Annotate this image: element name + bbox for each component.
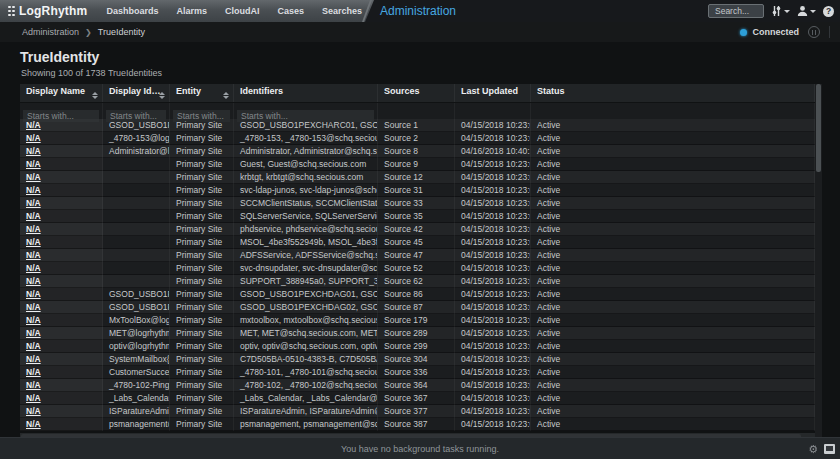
display-name-link[interactable]: N/A <box>26 224 41 234</box>
display-name-link[interactable]: N/A <box>26 315 41 325</box>
cell-sources: Source 33 <box>378 197 455 210</box>
cell-status: Active <box>531 379 815 392</box>
cell-status: Active <box>531 236 815 249</box>
table-row[interactable]: N/APrimary SiteGuest, Guest@schq.secious… <box>20 158 815 171</box>
table-row[interactable]: N/Apsmanagement@...Primary Sitepsmanagem… <box>20 418 815 431</box>
table-row[interactable]: N/AGSOD_USBO1PEX...Primary SiteGSOD_USBO… <box>20 301 815 314</box>
cell-status: Active <box>531 366 815 379</box>
display-name-link[interactable]: N/A <box>26 198 41 208</box>
column-header-display-name[interactable]: Display Name <box>20 84 103 102</box>
table-row[interactable]: N/AGSOD_USBO1PEX...Primary SiteGSOD_USBO… <box>20 288 815 301</box>
cell-last-updated: 04/15/2018 10:23:03 pm <box>455 418 531 431</box>
display-name-link[interactable]: N/A <box>26 237 41 247</box>
display-name-link[interactable]: N/A <box>26 133 41 143</box>
table-row[interactable]: N/Aoptiv@logrhythm...Primary Siteoptiv, … <box>20 340 815 353</box>
help-icon: ? <box>823 6 834 17</box>
table-row[interactable]: N/APrimary SiteSQLServerService, SQLServ… <box>20 210 815 223</box>
cell-display-identifier: ISParatureAdmin... <box>103 405 170 418</box>
display-name-link[interactable]: N/A <box>26 328 41 338</box>
user-menu-button[interactable] <box>797 5 816 17</box>
display-name-link[interactable]: N/A <box>26 120 41 130</box>
display-name-link[interactable]: N/A <box>26 302 41 312</box>
table-row[interactable]: N/APrimary SiteSUPPORT_388945a0, SUPPORT… <box>20 275 815 288</box>
table-row[interactable]: N/APrimary SiteMSOL_4be3f552949b, MSOL_4… <box>20 236 815 249</box>
vertical-scrollbar-thumb[interactable] <box>816 84 821 172</box>
cell-sources: Source 52 <box>378 262 455 275</box>
task-panel-icon[interactable] <box>824 444 835 454</box>
search-input[interactable]: Search... <box>708 4 764 18</box>
display-name-link[interactable]: N/A <box>26 380 41 390</box>
display-name-link[interactable]: N/A <box>26 146 41 156</box>
cell-last-updated: 04/15/2018 10:23:03 pm <box>455 184 531 197</box>
table-row[interactable]: N/AGSOD_USBO1PEX...Primary SiteGSOD_USBO… <box>20 119 815 132</box>
display-name-link[interactable]: N/A <box>26 419 41 429</box>
table-row[interactable]: N/APrimary SiteSCCMClientStatus, SCCMCli… <box>20 197 815 210</box>
cell-identifiers: Guest, Guest@schq.secious.com <box>234 158 378 171</box>
display-name-link[interactable]: N/A <box>26 406 41 416</box>
display-name-link[interactable]: N/A <box>26 211 41 221</box>
pause-updates-button[interactable] <box>808 26 820 38</box>
column-header-display-identifier[interactable]: Display Identi... <box>103 84 170 102</box>
table-row[interactable]: N/AMET@logrhythm...Primary SiteMET, MET@… <box>20 327 815 340</box>
breadcrumb-administration[interactable]: Administration <box>22 27 79 37</box>
display-name-link[interactable]: N/A <box>26 185 41 195</box>
display-name-link[interactable]: N/A <box>26 341 41 351</box>
table-row[interactable]: N/ASystemMailbox{C...Primary SiteC7D505B… <box>20 353 815 366</box>
cell-display-name: N/A <box>20 132 103 145</box>
display-name-link[interactable]: N/A <box>26 393 41 403</box>
cell-last-updated: 04/15/2018 10:23:03 pm <box>455 366 531 379</box>
cell-display-identifier <box>103 171 170 184</box>
display-name-link[interactable]: N/A <box>26 263 41 273</box>
cell-display-name: N/A <box>20 379 103 392</box>
background-tasks-bar: You have no background tasks running. ⚙ <box>0 437 840 459</box>
display-name-link[interactable]: N/A <box>26 289 41 299</box>
cell-entity: Primary Site <box>170 288 234 301</box>
table-row[interactable]: N/AISParatureAdmin...Primary SiteISParat… <box>20 405 815 418</box>
help-button[interactable]: ? <box>823 6 834 17</box>
table-row[interactable]: N/APrimary Sitephdservice, phdservice@sc… <box>20 223 815 236</box>
vertical-scrollbar[interactable] <box>815 84 822 441</box>
cell-status: Active <box>531 314 815 327</box>
preferences-menu-button[interactable] <box>771 5 790 17</box>
table-row[interactable]: N/A_4780-153@logrh...Primary Site_4780-1… <box>20 132 815 145</box>
logrhythm-logo[interactable]: LogRhythm <box>0 4 97 18</box>
sort-icon[interactable] <box>159 92 165 99</box>
cell-sources: Source 336 <box>378 366 455 379</box>
cell-display-name: N/A <box>20 327 103 340</box>
settings-gear-icon[interactable]: ⚙ <box>808 444 818 455</box>
cell-sources: Source 35 <box>378 210 455 223</box>
sort-icon[interactable] <box>223 92 229 99</box>
table-row[interactable]: N/APrimary SiteADFSService, ADFSService@… <box>20 249 815 262</box>
display-name-link[interactable]: N/A <box>26 159 41 169</box>
breadcrumb-separator-icon: ❯ <box>85 28 92 37</box>
cell-identifiers: ADFSService, ADFSService@schq.secious.co… <box>234 249 378 262</box>
sort-icon[interactable] <box>92 92 98 99</box>
display-name-link[interactable]: N/A <box>26 172 41 182</box>
cell-display-identifier: optiv@logrhythm... <box>103 340 170 353</box>
column-header-entity[interactable]: Entity <box>170 84 234 102</box>
table-row[interactable]: N/AMxToolBox@logr...Primary Sitemxtoolbo… <box>20 314 815 327</box>
table-row[interactable]: N/APrimary Sitekrbtgt, krbtgt@schq.secio… <box>20 171 815 184</box>
display-name-link[interactable]: N/A <box>26 250 41 260</box>
tab-administration[interactable]: Administration <box>380 0 456 22</box>
table-row[interactable]: N/A_4780-102-Ping@...Primary Site_4780-1… <box>20 379 815 392</box>
cell-display-identifier: Administrator@lo... <box>103 145 170 158</box>
table-row[interactable]: N/APrimary Sitesvc-ldap-junos, svc-ldap-… <box>20 184 815 197</box>
display-name-link[interactable]: N/A <box>26 367 41 377</box>
nav-item-cases[interactable]: Cases <box>269 0 314 22</box>
cell-last-updated: 04/15/2018 10:23:03 pm <box>455 249 531 262</box>
table-row[interactable]: N/A_Labs_Calendar@...Primary Site_Labs_C… <box>20 392 815 405</box>
cell-identifiers: _4780-153, _4780-153@schq.secious.com, _… <box>234 132 378 145</box>
table-row[interactable]: N/APrimary Sitesvc-dnsupdater, svc-dnsup… <box>20 262 815 275</box>
nav-item-dashboards[interactable]: Dashboards <box>97 0 167 22</box>
cell-display-identifier <box>103 158 170 171</box>
display-name-link[interactable]: N/A <box>26 276 41 286</box>
display-name-link[interactable]: N/A <box>26 354 41 364</box>
statusbar-icons: ⚙ <box>808 438 835 459</box>
nav-item-cloudai[interactable]: CloudAI <box>216 0 269 22</box>
table-row[interactable]: N/AAdministrator@lo...Primary SiteAdmini… <box>20 145 815 158</box>
nav-item-alarms[interactable]: Alarms <box>167 0 216 22</box>
cell-display-name: N/A <box>20 210 103 223</box>
table-row[interactable]: N/ACustomerSuccess...Primary Site_4780-1… <box>20 366 815 379</box>
column-header-label: Display Identi... <box>109 86 165 96</box>
